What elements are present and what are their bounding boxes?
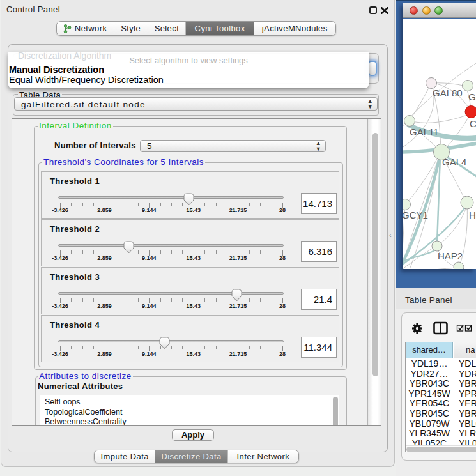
svg-text:GAL80: GAL80 [433, 88, 463, 98]
svg-text:GAL4: GAL4 [442, 157, 466, 167]
svg-text:C: C [470, 118, 476, 129]
svg-text:GA: GA [468, 91, 476, 102]
svg-text:H: H [469, 210, 476, 220]
svg-text:GAL11: GAL11 [410, 127, 439, 137]
svg-text:HAP2: HAP2 [438, 250, 463, 261]
svg-text:GCY1: GCY1 [403, 210, 428, 220]
